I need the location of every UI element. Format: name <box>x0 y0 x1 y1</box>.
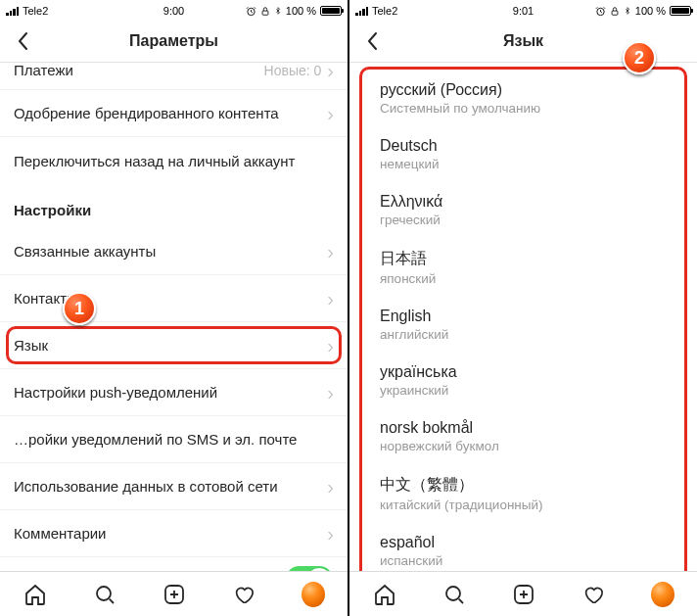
lang-name: Deutsch <box>380 137 667 155</box>
row-label: Платежи <box>14 63 73 78</box>
profile-icon[interactable] <box>302 583 325 606</box>
row-label: Язык <box>14 337 48 354</box>
lock-icon <box>260 6 270 17</box>
signal-icon <box>355 7 368 16</box>
row-label: Связанные аккаунты <box>14 243 156 260</box>
highlight-frame: русский (Россия) Системный по умолчанию … <box>359 67 687 571</box>
heart-icon[interactable] <box>232 583 256 606</box>
home-icon[interactable] <box>23 583 47 606</box>
svg-rect-1 <box>262 11 268 15</box>
chevron-right-icon: › <box>327 289 334 308</box>
chevron-right-icon: › <box>327 477 334 497</box>
language-option[interactable]: English английский <box>362 298 684 354</box>
carrier-label: Tele2 <box>372 5 397 17</box>
lang-sub: китайский (традиционный) <box>380 498 667 512</box>
search-icon[interactable] <box>442 583 466 606</box>
lang-name: українська <box>380 363 667 381</box>
row-language[interactable]: Язык › <box>0 322 348 369</box>
profile-icon[interactable] <box>651 583 674 606</box>
lang-sub: испанский <box>380 553 667 568</box>
lang-sub: норвежский букмол <box>380 439 667 453</box>
phone-left: Tele2 9:00 100 % Параметры Платежи Новые… <box>0 0 348 616</box>
clock: 9:01 <box>513 5 534 17</box>
tab-bar <box>349 571 697 616</box>
row-label: Настройки push-уведомлений <box>14 384 217 401</box>
status-bar: Tele2 9:01 100 % <box>349 0 697 20</box>
language-list: русский (Россия) Системный по умолчанию … <box>349 63 697 571</box>
row-label: Переключиться назад на личный аккаунт <box>14 153 295 169</box>
alarm-icon <box>595 6 606 17</box>
language-option[interactable]: 中文（繁體） китайский (традиционный) <box>362 465 684 524</box>
bluetooth-icon <box>274 5 282 17</box>
battery-icon <box>320 6 342 16</box>
chevron-right-icon: › <box>327 104 334 123</box>
row-label: …ройки уведомлений по SMS и эл. почте <box>14 431 297 448</box>
chevron-right-icon: › <box>327 383 334 403</box>
row-label: Одобрение брендированного контента <box>14 105 279 121</box>
svg-rect-5 <box>612 11 618 15</box>
lock-icon <box>610 6 620 17</box>
highlight-frame <box>6 326 342 364</box>
chevron-right-icon: › <box>327 524 334 544</box>
row-label: Использование данных в сотовой сети <box>14 478 278 495</box>
lang-sub: греческий <box>380 213 667 227</box>
battery-icon <box>670 6 691 16</box>
nav-header: Параметры <box>0 20 348 63</box>
lang-name: English <box>380 308 667 325</box>
lang-name: Ελληνικά <box>380 193 667 211</box>
row-payments[interactable]: Платежи Новые: 0› <box>0 63 348 90</box>
language-option[interactable]: norsk bokmål норвежский букмол <box>362 409 684 465</box>
status-bar: Tele2 9:00 100 % <box>0 0 348 20</box>
phone-right: Tele2 9:01 100 % Язык русский (Россия) <box>349 0 697 616</box>
bluetooth-icon <box>624 5 631 17</box>
battery-pct: 100 % <box>635 5 666 17</box>
battery-pct: 100 % <box>286 5 316 17</box>
clock: 9:00 <box>163 5 184 17</box>
row-meta: Новые: 0 <box>264 63 322 78</box>
add-icon[interactable] <box>512 583 535 606</box>
row-contacts[interactable]: Контакты › <box>0 275 348 322</box>
signal-icon <box>6 7 19 16</box>
language-option[interactable]: русский (Россия) Системный по умолчанию <box>362 71 684 127</box>
add-icon[interactable] <box>163 583 186 606</box>
row-switch-back[interactable]: Переключиться назад на личный аккаунт <box>0 137 348 184</box>
row-comments[interactable]: Комментарии › <box>0 510 348 557</box>
language-option[interactable]: Ελληνικά греческий <box>362 183 684 239</box>
lang-name: norsk bokmål <box>380 419 667 437</box>
heart-icon[interactable] <box>581 583 605 606</box>
language-option[interactable]: Deutsch немецкий <box>362 127 684 183</box>
row-sms-email-settings[interactable]: …ройки уведомлений по SMS и эл. почте <box>0 416 348 463</box>
row-branded-approval[interactable]: Одобрение брендированного контента › <box>0 90 348 137</box>
language-option[interactable]: español испанский <box>362 524 684 571</box>
lang-sub: украинский <box>380 383 667 398</box>
callout-badge-2: 2 <box>623 41 656 74</box>
lang-name: 日本語 <box>380 249 667 269</box>
toggle-save-original[interactable] <box>285 566 334 571</box>
language-option[interactable]: 日本語 японский <box>362 239 684 298</box>
lang-name: 中文（繁體） <box>380 475 667 496</box>
back-button[interactable] <box>357 26 387 56</box>
back-button[interactable] <box>8 26 37 56</box>
row-save-original: Сохранять первоначальные фото <box>0 557 348 571</box>
lang-name: русский (Россия) <box>380 81 667 99</box>
row-cellular-data[interactable]: Использование данных в сотовой сети › <box>0 463 348 510</box>
lang-name: español <box>380 534 667 551</box>
chevron-right-icon: › <box>327 63 334 80</box>
svg-point-6 <box>446 587 460 600</box>
tab-bar <box>0 571 348 616</box>
language-option[interactable]: українська украинский <box>362 354 684 409</box>
row-push-settings[interactable]: Настройки push-уведомлений › <box>0 369 348 416</box>
carrier-label: Tele2 <box>23 5 48 17</box>
section-header-settings: Настройки <box>0 184 348 228</box>
callout-badge-1: 1 <box>63 292 96 325</box>
alarm-icon <box>246 6 256 17</box>
lang-sub: немецкий <box>380 157 667 171</box>
svg-point-2 <box>97 587 111 600</box>
chevron-right-icon: › <box>327 336 334 355</box>
lang-sub: английский <box>380 327 667 342</box>
lang-sub: японский <box>380 271 667 286</box>
row-linked-accounts[interactable]: Связанные аккаунты › <box>0 228 348 275</box>
home-icon[interactable] <box>373 583 396 606</box>
settings-list: Платежи Новые: 0› Одобрение брендированн… <box>0 63 348 571</box>
search-icon[interactable] <box>93 583 116 606</box>
